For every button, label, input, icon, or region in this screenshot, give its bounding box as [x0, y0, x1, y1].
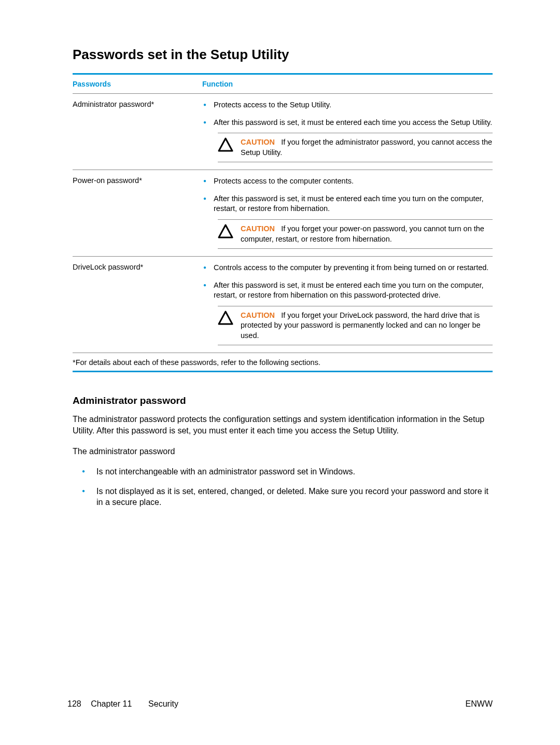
- function-bullet: After this password is set, it must be e…: [214, 280, 493, 301]
- header-function: Function: [202, 80, 493, 88]
- caution-text: CAUTION If you forget your DriveLock pas…: [241, 311, 493, 341]
- svg-marker-1: [219, 225, 232, 237]
- function-bullet: After this password is set, it must be e…: [214, 118, 493, 128]
- function-bullet: Protects access to the Setup Utility.: [214, 100, 493, 110]
- password-name: Administrator password*: [73, 100, 202, 162]
- table-footnote: *For details about each of these passwor…: [73, 353, 493, 371]
- caution-icon: [218, 224, 233, 238]
- page-number: 128: [67, 699, 81, 708]
- caution-icon: [218, 137, 233, 152]
- password-name: Power-on password*: [73, 176, 202, 249]
- caution-box: CAUTION If you forget your DriveLock pas…: [218, 306, 493, 346]
- body-paragraph: The administrator password protects the …: [73, 414, 493, 436]
- caution-label: CAUTION: [241, 138, 275, 146]
- page-footer: 128 Chapter 11 Security ENWW: [67, 699, 493, 709]
- caution-text: CAUTION If you forget your power-on pass…: [241, 224, 493, 244]
- table-row: Administrator password* Protects access …: [73, 94, 493, 170]
- password-name: DriveLock password*: [73, 263, 202, 345]
- function-bullet: Controls access to the computer by preve…: [214, 263, 493, 273]
- caution-body: If you forget your DriveLock password, t…: [241, 311, 481, 340]
- footer-right: ENWW: [466, 699, 493, 709]
- table-row: DriveLock password* Controls access to t…: [73, 257, 493, 353]
- password-table: Passwords Function Administrator passwor…: [73, 73, 493, 372]
- svg-marker-0: [219, 138, 232, 151]
- caution-icon: [218, 311, 233, 325]
- body-paragraph: The administrator password: [73, 446, 493, 457]
- caution-label: CAUTION: [241, 311, 275, 319]
- table-header-row: Passwords Function: [73, 80, 493, 94]
- caution-label: CAUTION: [241, 224, 275, 233]
- table-row: Power-on password* Protects access to th…: [73, 170, 493, 257]
- caution-body: If you forget the administrator password…: [241, 138, 492, 157]
- chapter-title: Security: [148, 699, 178, 708]
- caution-box: CAUTION If you forget the administrator …: [218, 133, 493, 162]
- chapter-label: Chapter 11: [91, 699, 132, 708]
- page-title: Passwords set in the Setup Utility: [73, 47, 493, 63]
- caution-box: CAUTION If you forget your power-on pass…: [218, 219, 493, 249]
- svg-marker-2: [219, 312, 232, 324]
- header-passwords: Passwords: [73, 80, 202, 88]
- section-heading: Administrator password: [73, 395, 493, 406]
- caution-body: If you forget your power-on password, yo…: [241, 224, 484, 243]
- caution-text: CAUTION If you forget the administrator …: [241, 137, 493, 158]
- body-bullet: Is not displayed as it is set, entered, …: [96, 486, 493, 508]
- body-bullet: Is not interchangeable with an administr…: [96, 466, 493, 477]
- function-bullet: Protects access to the computer contents…: [214, 176, 493, 187]
- function-bullet: After this password is set, it must be e…: [214, 194, 493, 214]
